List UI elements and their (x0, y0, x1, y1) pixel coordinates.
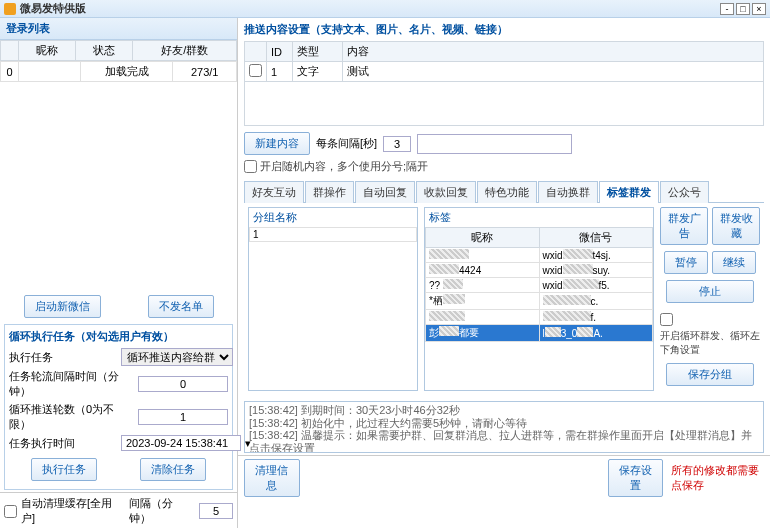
push-row-type: 文字 (293, 62, 343, 82)
close-button[interactable]: × (752, 3, 766, 15)
app-logo-icon (4, 3, 16, 15)
exec-task-select[interactable]: 循环推送内容给群 (121, 348, 233, 366)
log-panel[interactable]: [15:38:42] 到期时间：30天23小时46分32秒 [15:38:42]… (244, 401, 764, 453)
minimize-button[interactable]: - (720, 3, 734, 15)
log-line: [15:38:42] 温馨提示：如果需要护群、回复群消息、拉人进群等，需在群操作… (249, 429, 759, 453)
save-settings-button[interactable]: 保存设置 (608, 459, 664, 497)
loop-mass-label: 开启循环群发、循环左下角设置 (660, 329, 760, 357)
member-nick-col: 昵称 (426, 228, 540, 248)
member-row[interactable]: f. (426, 310, 653, 325)
exec-time-input[interactable] (121, 435, 241, 451)
window-title: 微易发特供版 (20, 1, 86, 16)
member-row[interactable]: *栖c. (426, 293, 653, 310)
pause-button[interactable]: 暂停 (664, 251, 708, 274)
group-row[interactable]: 1 (250, 228, 417, 242)
titlebar: 微易发特供版 - □ × (0, 0, 770, 18)
interval-unit-label: 间隔（分钟） (129, 496, 195, 526)
log-line: [15:38:42] 到期时间：30天23小时46分32秒 (249, 404, 759, 417)
maximize-button[interactable]: □ (736, 3, 750, 15)
stop-button[interactable]: 停止 (666, 280, 754, 303)
start-new-wechat-button[interactable]: 启动新微信 (24, 295, 101, 318)
per-interval-label: 每条间隔[秒] (316, 136, 377, 151)
push-row-checkbox[interactable] (249, 64, 262, 77)
tab-tag-mass-send[interactable]: 标签群发 (599, 181, 659, 203)
exec-time-label: 任务执行时间 (9, 436, 117, 451)
random-content-input[interactable] (417, 134, 572, 154)
exec-task-label: 执行任务 (9, 350, 117, 365)
push-content-row[interactable]: 1 文字 测试 (245, 62, 764, 82)
member-wxid-col: 微信号 (539, 228, 653, 248)
auto-clear-cache-checkbox[interactable] (4, 505, 17, 518)
login-row[interactable]: 0 加载完成 273/1 (1, 62, 237, 82)
member-row[interactable]: wxidt4sj. (426, 248, 653, 263)
tab-official-account[interactable]: 公众号 (660, 181, 709, 203)
tab-group-ops[interactable]: 群操作 (305, 181, 354, 203)
col-status: 状态 (76, 41, 133, 61)
tab-payment-reply[interactable]: 收款回复 (416, 181, 476, 203)
row-friends: 273/1 (173, 62, 237, 82)
member-row-selected[interactable]: 彭都要l3_0A. (426, 325, 653, 342)
push-settings-title: 推送内容设置（支持文本、图片、名片、视频、链接） (244, 22, 764, 37)
push-chk-col (245, 42, 267, 62)
random-content-label: 开启随机内容，多个使用分号;隔开 (260, 159, 428, 174)
save-warning-text: 所有的修改都需要点保存 (671, 463, 764, 493)
tag-label-header: 标签 (425, 208, 653, 227)
clear-task-button[interactable]: 清除任务 (140, 458, 206, 481)
row-status: 加载完成 (81, 62, 173, 82)
save-group-button[interactable]: 保存分组 (666, 363, 754, 386)
push-type-col: 类型 (293, 42, 343, 62)
rounds-label: 循环推送轮数（0为不限） (9, 402, 134, 432)
col-nick: 昵称 (19, 41, 76, 61)
col-idx (1, 41, 19, 61)
random-content-checkbox[interactable] (244, 160, 257, 173)
loop-mass-checkbox[interactable] (660, 313, 673, 326)
tab-special[interactable]: 特色功能 (477, 181, 537, 203)
interval-label: 任务轮流间隔时间（分钟） (9, 369, 134, 399)
login-list-header: 登录列表 (0, 18, 237, 40)
log-line: [15:38:42] 初始化中，此过程大约需要5秒钟，请耐心等待 (249, 417, 759, 430)
new-content-button[interactable]: 新建内容 (244, 132, 310, 155)
row-idx: 0 (1, 62, 19, 82)
tab-auto-switch-group[interactable]: 自动换群 (538, 181, 598, 203)
clear-interval-input[interactable] (199, 503, 233, 519)
per-interval-input[interactable] (383, 136, 411, 152)
resume-button[interactable]: 继续 (712, 251, 756, 274)
member-row[interactable]: 4424wxidsuy. (426, 263, 653, 278)
function-tabs: 好友互动 群操作 自动回复 收款回复 特色功能 自动换群 标签群发 公众号 (244, 180, 764, 203)
mass-ad-button[interactable]: 群发广告 (660, 207, 708, 245)
clear-info-button[interactable]: 清理信息 (244, 459, 300, 497)
push-id-col: ID (267, 42, 293, 62)
push-row-content: 测试 (343, 62, 764, 82)
mass-fav-button[interactable]: 群发收藏 (712, 207, 760, 245)
group-name-header: 分组名称 (249, 208, 417, 227)
tab-auto-reply[interactable]: 自动回复 (355, 181, 415, 203)
col-friends: 好友/群数 (133, 41, 237, 61)
interval-input[interactable] (138, 376, 228, 392)
member-row[interactable]: ?? wxidf5. (426, 278, 653, 293)
loop-task-title: 循环执行任务（对勾选用户有效） (9, 329, 228, 344)
push-row-id: 1 (267, 62, 293, 82)
push-content-col: 内容 (343, 42, 764, 62)
auto-clear-label: 自动清理缓存[全用户] (21, 496, 125, 526)
execute-task-button[interactable]: 执行任务 (31, 458, 97, 481)
tab-friend-interact[interactable]: 好友互动 (244, 181, 304, 203)
rounds-input[interactable] (138, 409, 228, 425)
do-not-send-list-button[interactable]: 不发名单 (148, 295, 214, 318)
